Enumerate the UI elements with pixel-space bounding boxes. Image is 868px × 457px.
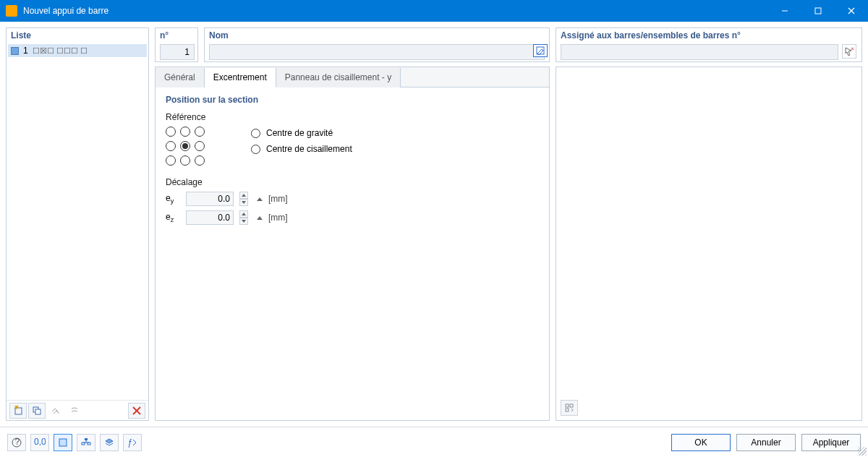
pencil-icon [536, 46, 545, 55]
svg-rect-7 [35, 409, 41, 414]
svg-rect-17 [566, 404, 569, 407]
assign-panel: Assigné aux barres/ensembles de barres n… [556, 27, 862, 62]
main-panel: Général Excentrement Panneau de cisaille… [155, 67, 550, 421]
svg-marker-13 [242, 194, 246, 197]
assign-label: Assigné aux barres/ensembles de barres n… [556, 28, 861, 43]
svg-rect-23 [59, 439, 67, 446]
copy-item-button[interactable] [28, 403, 46, 419]
pos-cell-1-1[interactable] [180, 141, 190, 151]
view-mode-2-button[interactable] [77, 434, 95, 451]
ez-arrow-icon[interactable] [257, 216, 263, 220]
name-panel: Nom [204, 27, 550, 62]
centre-gravite-label: Centre de gravité [266, 128, 333, 138]
tab-panneau[interactable]: Panneau de cisaillement - y [276, 68, 401, 87]
pos-cell-2-1[interactable] [180, 155, 190, 166]
radio-centre-gravite[interactable]: Centre de gravité [251, 128, 352, 138]
svg-marker-16 [242, 220, 246, 223]
number-panel: n° [155, 27, 198, 62]
close-button[interactable] [835, 0, 868, 22]
units-button[interactable]: 0,00 [30, 434, 49, 451]
pos-cell-0-0[interactable] [166, 127, 176, 137]
list-panel: Liste 1 ☐☒☐ ☐☐☐ ☐ ✶ [6, 27, 149, 421]
ey-arrow-icon[interactable] [257, 197, 263, 201]
preview-panel [556, 67, 862, 421]
maximize-button[interactable] [801, 0, 835, 22]
help-icon: ? [12, 437, 22, 448]
section-title: Position sur la section [166, 95, 539, 105]
reference-label: Référence [166, 112, 539, 122]
position-grid[interactable] [166, 127, 208, 168]
pos-cell-2-2[interactable] [195, 155, 205, 166]
apply-button[interactable]: Appliquer [801, 434, 861, 451]
ok-button[interactable]: OK [671, 434, 731, 451]
toolbar-button-4[interactable] [66, 403, 83, 419]
pos-cell-2-0[interactable] [166, 155, 176, 166]
svg-rect-27 [82, 443, 85, 445]
svg-rect-19 [566, 409, 569, 411]
cancel-button[interactable]: Annuler [736, 434, 796, 451]
pos-cell-0-2[interactable] [195, 127, 205, 137]
ey-unit: [mm] [268, 194, 288, 204]
svg-marker-14 [242, 201, 246, 204]
radio-centre-cisaillement[interactable]: Centre de cisaillement [251, 144, 352, 154]
list-header: Liste [7, 28, 148, 43]
tab-general[interactable]: Général [156, 68, 205, 87]
preview-settings-button[interactable] [561, 400, 578, 416]
resize-grip[interactable] [858, 447, 867, 456]
ez-label: ez [166, 212, 180, 223]
window-title: Nouvel appui de barre [23, 6, 768, 16]
pos-cell-1-2[interactable] [195, 141, 205, 151]
list-item-indicator [11, 47, 19, 55]
radio-icon [251, 145, 260, 154]
svg-text:0,00: 0,00 [34, 437, 46, 447]
pick-members-button[interactable] [842, 44, 856, 59]
ez-spinner[interactable] [239, 210, 248, 225]
svg-rect-24 [85, 438, 88, 440]
cursor-icon [844, 46, 854, 56]
script-button[interactable]: ƒ [123, 434, 142, 451]
ez-unit: [mm] [268, 213, 288, 223]
centre-cisaillement-label: Centre de cisaillement [266, 144, 352, 154]
tab-bar: Général Excentrement Panneau de cisaille… [156, 67, 549, 87]
square-icon [58, 437, 68, 448]
decimals-icon: 0,00 [34, 437, 46, 448]
app-icon [6, 5, 17, 17]
svg-rect-28 [88, 443, 90, 445]
edit-name-button[interactable] [533, 44, 548, 57]
decalage-label: Décalage [166, 177, 539, 187]
list-item-glyphs: ☐☒☐ ☐☐☐ ☐ [33, 46, 88, 56]
toolbar-button-3[interactable] [47, 403, 64, 419]
tab-excentrement[interactable]: Excentrement [205, 68, 276, 87]
list-item[interactable]: 1 ☐☒☐ ☐☐☐ ☐ [8, 44, 147, 57]
preview-icon [564, 403, 574, 413]
tree-icon [81, 437, 91, 448]
delete-item-button[interactable] [128, 403, 145, 419]
view-mode-1-button[interactable] [54, 434, 72, 451]
name-input[interactable] [209, 44, 545, 60]
svg-rect-1 [815, 8, 821, 14]
script-icon: ƒ [127, 437, 137, 448]
minimize-button[interactable] [768, 0, 801, 22]
list-item-number: 1 [23, 46, 28, 56]
name-label: Nom [205, 28, 549, 43]
dialog-footer: ? 0,00 ƒ OK Annuler Appliquer [0, 427, 868, 457]
svg-text:?: ? [15, 437, 20, 447]
svg-rect-18 [570, 404, 573, 407]
ey-input[interactable] [186, 192, 234, 206]
ey-spinner[interactable] [239, 192, 248, 206]
svg-text:ƒ: ƒ [127, 437, 132, 448]
titlebar: Nouvel appui de barre [0, 0, 868, 22]
pos-cell-0-1[interactable] [180, 127, 190, 137]
pos-cell-1-0[interactable] [166, 141, 176, 151]
number-input[interactable] [160, 44, 195, 60]
ez-input[interactable] [186, 210, 234, 225]
layers-icon [104, 437, 114, 448]
radio-icon [251, 129, 260, 138]
number-label: n° [156, 28, 197, 43]
new-item-button[interactable]: ✶ [9, 403, 27, 419]
svg-marker-15 [242, 213, 246, 215]
view-mode-3-button[interactable] [100, 434, 119, 451]
assign-input[interactable] [561, 44, 838, 60]
svg-text:✶: ✶ [13, 406, 20, 412]
help-button[interactable]: ? [7, 434, 26, 451]
